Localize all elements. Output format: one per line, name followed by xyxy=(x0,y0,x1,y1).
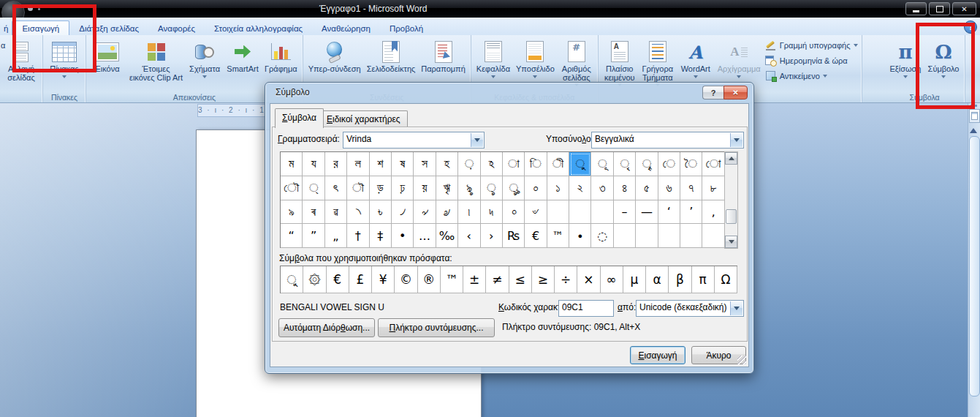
symbol-cell[interactable]: ৱ xyxy=(325,200,347,225)
symbol-cell[interactable]: ূ xyxy=(591,152,613,176)
symbol-cell[interactable]: ৺ xyxy=(525,200,547,225)
symbol-cell[interactable]: ৳ xyxy=(370,200,392,225)
symbol-cell[interactable]: ০ xyxy=(525,176,547,200)
recent-symbol-cell[interactable]: α xyxy=(646,266,669,293)
horizontal-ruler[interactable]: 3 · ı · 2 · ı · 1 · xyxy=(197,104,266,117)
symbol-cell[interactable]: ৃ xyxy=(614,152,636,176)
symbol-cell[interactable]: ” xyxy=(303,224,324,248)
symbol-cell[interactable]: € xyxy=(525,224,547,248)
symbol-cell[interactable] xyxy=(636,224,658,248)
recent-symbol-cell[interactable]: ু xyxy=(281,266,303,293)
chevron-down-icon[interactable] xyxy=(730,301,742,315)
recent-symbol-cell[interactable]: © xyxy=(395,266,417,293)
header-button[interactable]: Κεφαλίδα xyxy=(474,37,513,80)
drop-cap-button[interactable]: Αρχίγραμμα xyxy=(715,37,764,80)
symbol-cell[interactable]: › xyxy=(481,224,503,248)
minimize-button[interactable] xyxy=(905,2,927,15)
symbol-cell[interactable]: ঢ় xyxy=(392,176,414,200)
symbol-cell[interactable] xyxy=(658,224,680,248)
symbol-cell[interactable] xyxy=(702,224,724,248)
symbol-cell[interactable]: ৎ xyxy=(325,176,347,200)
recent-symbol-cell[interactable]: ∞ xyxy=(601,266,623,293)
dialog-help-button[interactable]: ? xyxy=(702,86,723,99)
recent-symbol-cell[interactable]: £ xyxy=(349,266,372,293)
symbol-cell[interactable]: ি xyxy=(525,152,547,176)
symbol-cell[interactable]: ষ xyxy=(392,152,414,176)
symbol-cell[interactable]: ৄ xyxy=(636,152,658,176)
symbol-cell[interactable]: ৸ xyxy=(481,200,503,225)
symbol-cell[interactable]: ‚ xyxy=(702,200,724,225)
symbol-cell[interactable]: স xyxy=(414,152,436,176)
subset-combobox[interactable]: Βεγγαλικά xyxy=(591,132,744,149)
chevron-down-icon[interactable] xyxy=(471,133,483,147)
recent-symbol-cell[interactable]: ≤ xyxy=(509,266,532,293)
symbol-cell[interactable]: ৰ xyxy=(303,200,324,225)
resize-grip[interactable] xyxy=(737,356,746,364)
symbol-cell[interactable]: ৯ xyxy=(281,200,303,225)
symbol-cell[interactable]: ৫ xyxy=(636,176,658,200)
symbol-cell[interactable]: – xyxy=(614,200,636,225)
symbol-cell[interactable]: ৌ xyxy=(281,176,303,200)
recent-symbol-cell[interactable]: π xyxy=(692,266,715,293)
symbol-cell[interactable]: ৩ xyxy=(591,176,613,200)
symbol-cell[interactable]: — xyxy=(636,200,658,225)
recent-symbol-cell[interactable]: β xyxy=(669,266,691,293)
recent-symbol-cell[interactable]: ± xyxy=(463,266,486,293)
symbol-cell[interactable]: ১ xyxy=(547,176,569,200)
symbol-cell[interactable]: ‡ xyxy=(370,224,392,248)
symbol-cell[interactable]: ো xyxy=(702,152,724,176)
symbol-cell[interactable]: ₨ xyxy=(503,224,525,248)
ribbon-tab-Στοιχεία αλληλογραφίας[interactable]: Στοιχεία αλληλογραφίας xyxy=(205,21,312,35)
symbol-cell[interactable]: ™ xyxy=(547,224,569,248)
restore-button[interactable] xyxy=(929,2,950,15)
page-number-button[interactable]: Αριθμόςσελίδας xyxy=(558,37,596,89)
recent-symbol-cell[interactable]: ≥ xyxy=(532,266,555,293)
shapes-button[interactable]: Σχήματα xyxy=(186,37,224,80)
symbol-cell[interactable]: • xyxy=(392,224,414,248)
symbol-cell[interactable]: ৠ xyxy=(436,176,458,200)
scroll-down-icon[interactable] xyxy=(725,236,737,248)
ribbon-tab-Προβολή[interactable]: Προβολή xyxy=(380,21,433,35)
character-code-input[interactable]: 09C1 xyxy=(558,300,614,317)
symbol-cell[interactable]: ঽ xyxy=(481,152,503,176)
font-combobox[interactable]: Vrinda xyxy=(343,132,485,149)
insert-button[interactable]: Εισαγωγή xyxy=(630,346,685,364)
symbol-cell[interactable]: ৬ xyxy=(658,176,680,200)
symbol-cell[interactable]: ‰ xyxy=(436,224,458,248)
scroll-up-icon[interactable] xyxy=(970,124,977,133)
symbol-cell[interactable]: ৹ xyxy=(503,200,525,225)
symbol-cell[interactable]: ে xyxy=(658,152,680,176)
symbol-cell[interactable]: … xyxy=(414,224,436,248)
symbol-cell[interactable]: † xyxy=(347,224,369,248)
symbol-cell[interactable]: ৢ xyxy=(481,176,503,200)
chevron-down-icon[interactable] xyxy=(730,133,742,147)
symbol-cell[interactable]: ৴ xyxy=(392,200,414,225)
object-button[interactable]: Αντικείμενο xyxy=(765,70,858,82)
footer-button[interactable]: Υποσέλιδο xyxy=(513,37,558,80)
symbol-cell[interactable]: ২ xyxy=(569,176,591,200)
smartart-button[interactable]: SmartArt xyxy=(224,37,262,74)
symbol-cell[interactable]: ৶ xyxy=(436,200,458,225)
recent-symbol-cell[interactable]: × xyxy=(577,266,600,293)
recent-symbol-cell[interactable]: ™ xyxy=(441,266,463,293)
symbol-cell[interactable]: শ xyxy=(370,152,392,176)
scroll-up-icon[interactable] xyxy=(725,152,737,165)
symbol-cell-selected[interactable]: ু xyxy=(569,152,591,176)
symbol-cell[interactable]: ৗ xyxy=(347,176,369,200)
wordart-button[interactable]: WordArt xyxy=(677,37,715,80)
scrollbar-thumb[interactable] xyxy=(969,136,980,397)
recent-symbol-cell[interactable]: ۞ xyxy=(303,266,326,293)
shortcut-key-button[interactable]: Πλήκτρο συντόμευσης... xyxy=(378,318,495,337)
symbol-cell[interactable]: ৮ xyxy=(702,176,724,200)
symbol-cell[interactable]: ‹ xyxy=(458,224,480,248)
chart-button[interactable]: Γράφημα xyxy=(262,37,300,74)
symbol-cell[interactable]: ় xyxy=(458,152,480,176)
symbol-cell[interactable] xyxy=(547,200,569,225)
scrollbar-thumb[interactable] xyxy=(726,209,737,224)
hyperlink-button[interactable]: Υπερ-σύνδεση xyxy=(305,37,364,74)
recent-symbol-cell[interactable]: ® xyxy=(418,266,441,293)
clip-art-button[interactable]: Έτοιμεςεικόνες Clip Art xyxy=(126,37,186,82)
symbol-cell[interactable]: া xyxy=(503,152,525,176)
symbol-cell[interactable] xyxy=(680,224,702,248)
ribbon-tab-partial[interactable]: ή xyxy=(0,21,12,35)
